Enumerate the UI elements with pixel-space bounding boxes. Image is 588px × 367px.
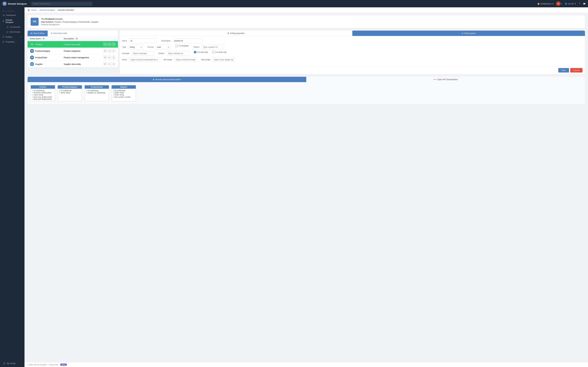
save-button[interactable]: Save	[558, 68, 569, 73]
domain-avatar: PR	[31, 18, 39, 26]
user-avatar-wrap[interactable]: JE ▾	[556, 1, 562, 6]
table-row[interactable]: SU Supplier Supplier data entity 👁 ✏ ✕	[27, 61, 118, 67]
sidebar-item-new-domain[interactable]: ☰ New Domain	[2, 30, 25, 34]
col-description: Description ⌂ ⇅	[64, 38, 103, 40]
default-label: Default	[158, 52, 164, 54]
entity-field: + test_number: number	[113, 96, 134, 98]
delete-button[interactable]: ✕	[112, 62, 115, 66]
entity-field: + name: string	[113, 94, 134, 96]
sidebar-item-domain-designer[interactable]: ✕ Domain Designer —	[0, 17, 25, 25]
grid-icon: ⊞	[31, 32, 32, 34]
edit-button[interactable]: ✏	[107, 56, 111, 59]
breadcrumb-domain-designer[interactable]: Domain Designer	[40, 9, 55, 11]
globe-icon: 🌐	[565, 3, 567, 5]
book-button[interactable]: 📖	[583, 3, 586, 5]
notifications-button[interactable]: 🔔 Notifications ▾	[537, 3, 553, 5]
sort-icon[interactable]: ⇅	[76, 38, 78, 40]
footer: © 2023, Domain Designer version:main v0.…	[25, 362, 588, 367]
breadcrumb-current: Domain Overview	[58, 9, 74, 11]
table-row[interactable]: PR Product Product data entity 👁 ✏ ✕	[27, 41, 118, 48]
sidebar-item-entities[interactable]: ☰ Entities +	[0, 34, 25, 39]
layers-icon: ☰	[7, 31, 9, 33]
edit-button[interactable]: ✏	[107, 62, 111, 66]
format-label: Format	[148, 46, 153, 48]
table-row[interactable]: PR ProductCategory Product categories 👁 …	[27, 48, 118, 54]
edit-button[interactable]: ✏	[107, 42, 111, 46]
enum-input[interactable]	[129, 57, 159, 62]
pattern-input[interactable]	[201, 45, 224, 49]
chevron-down-icon: ▾	[553, 3, 553, 5]
entity-card-supplier: Supplier + id: uuid(string) + judah: str…	[112, 85, 136, 101]
delete-button[interactable]: ✕	[112, 56, 115, 59]
entity-card-body: + id: uuid(string) + inventory: float(nu…	[31, 89, 55, 101]
sidebar-item-list-domains[interactable]: ☰ List Domains	[2, 25, 25, 30]
min-length-input[interactable]	[174, 57, 197, 62]
cancel-button[interactable]: Cancel	[570, 68, 582, 73]
entity-name-cell: PR ProductOrder	[30, 56, 64, 59]
view-button[interactable]: 👁	[103, 49, 107, 53]
add-property-icon[interactable]: +	[21, 41, 22, 43]
name-input[interactable]	[129, 39, 156, 43]
version-badge: v0.0.2	[60, 364, 67, 366]
tab-open-api[interactable]: ⟷ Open API Specification	[306, 77, 585, 82]
language-button[interactable]: 🌐 en-US ▾	[565, 3, 576, 5]
sidebar-item-my-profile[interactable]: 👤 My Profile	[0, 361, 25, 366]
left-panel-tabs: ⊞ Data Entities ⊕ New data entity	[27, 31, 118, 36]
add-entity-icon[interactable]: +	[21, 36, 22, 38]
tab-new-data-entity[interactable]: ⊕ New data entity	[48, 31, 70, 36]
app-logo[interactable]: Domain Designer	[2, 1, 27, 6]
domain-entities: Data Entities: Product, ProductCategory,…	[41, 21, 582, 23]
entity-name: Supplier	[35, 63, 43, 65]
description-input[interactable]	[173, 39, 203, 43]
chevron-down-icon: ▾	[575, 3, 576, 5]
write-only-label: It is write only	[215, 51, 226, 53]
top-navigation: Domain Designer 🔔 Notifications ▾ JE ▾ 🌐…	[0, 0, 588, 7]
edit-button[interactable]: ✏	[107, 49, 111, 53]
sidebar-item-properties[interactable]: ☰ Properties +	[0, 39, 25, 44]
type-select[interactable]: string number boolean object array	[128, 45, 143, 49]
view-button[interactable]: 👁	[103, 42, 107, 46]
view-button[interactable]: 👁	[103, 56, 107, 59]
x-icon: ✕	[2, 20, 4, 22]
tab-entity-properties[interactable]: ⊞ Entity properties	[120, 31, 352, 36]
delete-button[interactable]: ✕	[112, 49, 115, 53]
person-icon: 👤	[3, 362, 6, 365]
example-input[interactable]	[131, 51, 154, 56]
default-input[interactable]	[166, 51, 189, 56]
read-only-checkbox[interactable]	[194, 51, 196, 53]
entity-name-cell: SU Supplier	[30, 62, 64, 66]
version-label: version:main	[49, 364, 58, 366]
chevron-down-icon: ▾	[561, 3, 562, 5]
pattern-label: Pattern	[193, 46, 199, 48]
sidebar-item-label: Entities	[6, 36, 12, 38]
right-panel: ⊞ Entity properties ⊙ Edit property Name	[120, 31, 585, 74]
right-panel-tabs: ⊞ Entity properties ⊙ Edit property	[120, 31, 585, 36]
entity-name: Product	[35, 43, 42, 46]
viz-body: Product + id: uuid(string) + inventory: …	[27, 82, 585, 104]
entity-field: + price_sell: float(number)	[32, 98, 53, 100]
table-row[interactable]: PR ProductOrder Product orders managemen…	[27, 54, 118, 61]
entity-card-productcategory: ProductCategory + id: uuid(string) + nam…	[58, 85, 82, 101]
domain-title: The Products Domain.	[41, 18, 582, 20]
tab-domain-visual[interactable]: ◈ Domain visual representation	[27, 77, 306, 82]
tab-data-entities[interactable]: ⊞ Data Entities	[27, 31, 48, 36]
search-input[interactable]	[31, 2, 92, 6]
tab-edit-property[interactable]: ⊙ Edit property	[352, 31, 585, 36]
topnav-right: 🔔 Notifications ▾ JE ▾ 🌐 en-US ▾ ❓ 📖	[537, 1, 586, 6]
panels-row: ⊞ Data Entities ⊕ New data entity Entity…	[27, 31, 585, 74]
diagram-icon: ◈	[153, 78, 154, 81]
breadcrumb-home[interactable]: Home	[31, 9, 37, 11]
format-select[interactable]: uuid email date date-time uri	[155, 45, 171, 49]
delete-button[interactable]: ✕	[112, 42, 115, 46]
sort-icon[interactable]: ⇅	[43, 38, 44, 40]
view-button[interactable]: 👁	[103, 62, 107, 66]
breadcrumb-sep2: ›	[56, 9, 57, 11]
max-length-input[interactable]	[212, 57, 235, 62]
layers-icon: ☰	[2, 36, 4, 38]
help-button[interactable]: ❓	[578, 3, 581, 5]
entity-field: + name: string	[32, 94, 53, 96]
write-only-checkbox[interactable]	[212, 51, 214, 53]
nullable-checkbox[interactable]	[175, 45, 178, 47]
help-icon: ❓	[578, 3, 581, 5]
sidebar-item-dashboard[interactable]: ⊞ Dashboard	[0, 13, 25, 17]
